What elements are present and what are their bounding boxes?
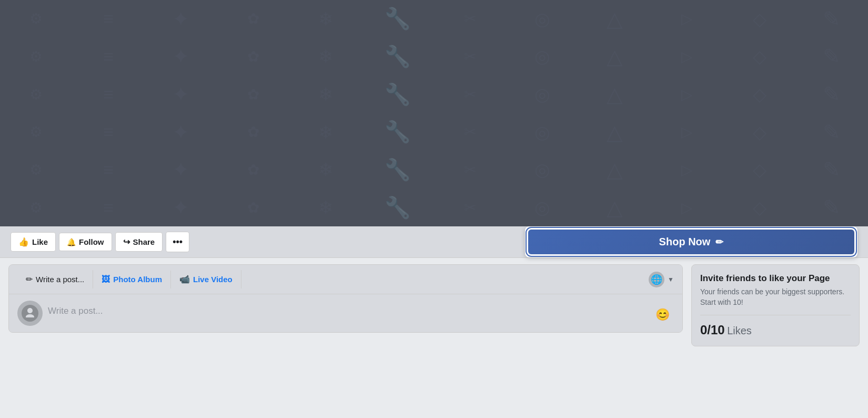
post-privacy[interactable]: 🌐 ▼ [649,272,674,287]
pattern-cell: ✂ [434,75,507,113]
share-icon: ↪ [123,237,130,247]
pattern-cell: ✎ [796,0,869,38]
pattern-cell: ✿ [217,38,290,76]
pattern-cell: 🔧 [362,151,435,189]
pattern-cell: 🔧 [362,0,435,38]
pattern-cell: ≡ [73,151,145,189]
pattern-cell: ▷ [651,0,724,38]
pattern-cell: ✂ [434,38,507,76]
pattern-cell: ✎ [796,113,869,151]
cover-pattern: ⚙≡✦✿❄🔧✂◎△▷◇✎⚙≡✦✿❄🔧✂◎△▷◇✎⚙≡✦✿❄🔧✂◎△▷◇✎⚙≡✦✿… [0,0,868,226]
shop-now-label: Shop Now [659,236,711,248]
pattern-cell: ◇ [723,75,796,113]
pattern-cell: △ [579,113,651,151]
pattern-cell: ⚙ [0,75,73,113]
pattern-cell: ✂ [434,188,507,226]
pattern-cell: ✂ [434,151,507,189]
photo-icon: 🖼 [102,275,110,284]
pattern-cell: △ [579,75,651,113]
pattern-cell: 🔧 [362,38,435,76]
pattern-cell: ✦ [145,151,217,189]
post-tabs: ✏ Write a post... 🖼 Photo Album 📹 Live V… [9,265,682,294]
pattern-cell: ✎ [796,38,869,76]
pattern-cell: ❄ [289,0,362,38]
pattern-cell: ✿ [217,113,290,151]
likes-count: 0/10 [700,323,725,337]
post-input-placeholder[interactable]: Write a post... [48,301,646,322]
pattern-cell: ◎ [507,38,579,76]
pattern-cell: ▷ [651,188,724,226]
pattern-cell: ◎ [507,75,579,113]
cover-photo: ⚙≡✦✿❄🔧✂◎△▷◇✎⚙≡✦✿❄🔧✂◎△▷◇✎⚙≡✦✿❄🔧✂◎△▷◇✎⚙≡✦✿… [0,0,868,226]
pattern-cell: ◎ [507,113,579,151]
post-input-area: Write a post... 😊 [9,294,682,332]
pattern-cell: ✎ [796,188,869,226]
video-icon: 📹 [179,274,190,284]
pattern-cell: ◇ [723,38,796,76]
like-icon: 👍 [18,237,29,247]
pattern-cell: ≡ [73,188,145,226]
pattern-cell: ▷ [651,75,724,113]
pattern-cell: ⚙ [0,0,73,38]
pattern-cell: ❄ [289,151,362,189]
pattern-cell: ❄ [289,188,362,226]
pattern-cell: 🔧 [362,75,435,113]
likes-label: Likes [727,325,752,336]
photo-album-tab[interactable]: 🖼 Photo Album [93,271,171,288]
pattern-cell: ◎ [507,188,579,226]
pattern-cell: ▷ [651,113,724,151]
pattern-cell: ▷ [651,38,724,76]
pattern-cell: ✦ [145,38,217,76]
follow-button[interactable]: 🔔 Follow [59,233,112,251]
write-post-tab[interactable]: ✏ Write a post... [17,270,93,288]
pattern-cell: ✿ [217,188,290,226]
pattern-cell: ◎ [507,151,579,189]
share-label: Share [133,237,155,246]
likes-divider: 0/10 Likes [700,315,851,337]
privacy-globe-icon: 🌐 [649,272,664,287]
pencil-icon: ✏ [26,274,33,284]
pattern-cell: ◇ [723,188,796,226]
pattern-cell: ⚙ [0,151,73,189]
pattern-cell: ✦ [145,0,217,38]
like-label: Like [32,237,48,246]
more-label: ••• [173,236,183,247]
pattern-cell: ✿ [217,151,290,189]
right-column: Invite friends to like your Page Your fr… [691,264,860,346]
pattern-cell: △ [579,151,651,189]
invite-title: Invite friends to like your Page [700,273,851,284]
pattern-cell: ✿ [217,0,290,38]
pattern-cell: ✎ [796,75,869,113]
pattern-cell: ◎ [507,0,579,38]
pattern-cell: ✦ [145,75,217,113]
shop-now-edit-icon: ✏ [715,236,723,248]
pattern-cell: 🔧 [362,188,435,226]
pattern-cell: 🔧 [362,113,435,151]
follow-icon: 🔔 [67,238,76,246]
main-content: ✏ Write a post... 🖼 Photo Album 📹 Live V… [0,258,868,353]
invite-subtitle: Your friends can be your biggest support… [700,287,851,307]
write-post-label: Write a post... [36,275,84,284]
post-avatar [17,301,43,326]
pattern-cell: ❄ [289,38,362,76]
pattern-cell: ✿ [217,75,290,113]
like-button[interactable]: 👍 Like [11,232,56,252]
shop-now-button[interactable]: Shop Now ✏ [528,230,854,254]
shop-now-wrapper: Shop Now ✏ [525,226,857,257]
pattern-cell: △ [579,38,651,76]
privacy-dropdown-icon: ▼ [668,276,674,283]
live-video-label: Live Video [193,275,233,284]
pattern-cell: ◇ [723,151,796,189]
emoji-button[interactable]: 😊 [651,304,674,326]
live-video-tab[interactable]: 📹 Live Video [171,270,241,288]
pattern-cell: ≡ [73,0,145,38]
more-button[interactable]: ••• [166,232,189,252]
pattern-cell: ✎ [796,151,869,189]
action-bar: 👍 Like 🔔 Follow ↪ Share ••• Shop Now ✏ [0,226,868,258]
action-bar-left: 👍 Like 🔔 Follow ↪ Share ••• [11,232,189,252]
pattern-cell: ❄ [289,113,362,151]
pattern-cell: ≡ [73,75,145,113]
pattern-cell: ❄ [289,75,362,113]
share-button[interactable]: ↪ Share [115,232,163,252]
photo-album-label: Photo Album [113,275,162,284]
